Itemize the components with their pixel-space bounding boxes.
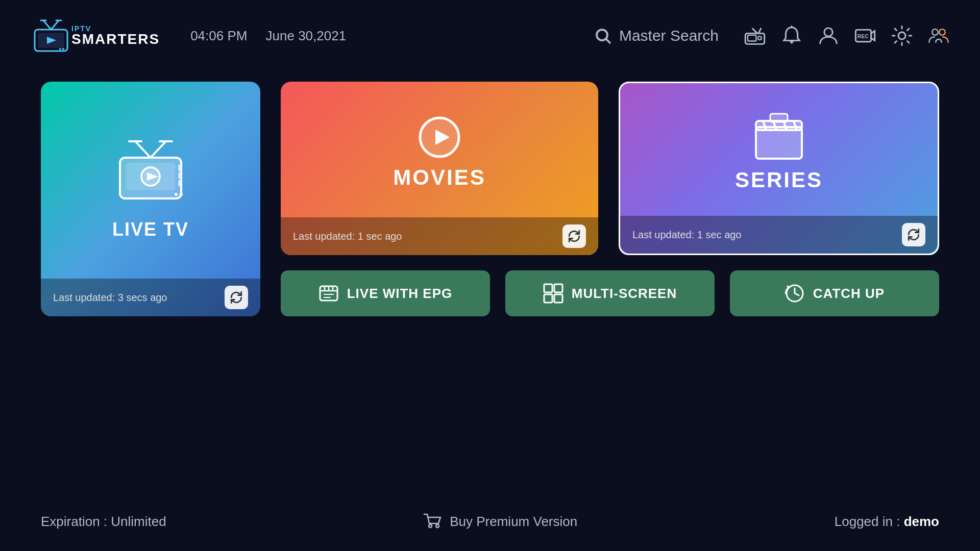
movies-title: MOVIES <box>393 165 485 190</box>
cards-row: LIVE TV Last updated: 3 secs ago <box>41 82 939 316</box>
svg-rect-12 <box>748 35 756 41</box>
svg-point-37 <box>175 193 178 196</box>
movies-content: MOVIES <box>281 82 598 222</box>
search-bar[interactable]: Master Search <box>594 27 719 45</box>
user-icon[interactable] <box>818 25 839 46</box>
svg-rect-57 <box>544 294 552 303</box>
live-epg-button[interactable]: LIVE WITH EPG <box>281 270 490 316</box>
svg-line-0 <box>43 20 51 30</box>
svg-text:REC: REC <box>857 33 869 39</box>
header-icons: REC <box>744 25 949 46</box>
date-display: June 30,2021 <box>266 28 347 43</box>
svg-line-10 <box>606 39 610 43</box>
time-display: 04:06 PM <box>190 28 247 43</box>
epg-icon <box>318 283 339 304</box>
svg-point-38 <box>180 193 183 196</box>
logo[interactable]: IPTV SMARTERS <box>31 15 160 56</box>
search-icon <box>594 27 612 45</box>
live-tv-icon <box>110 137 191 209</box>
svg-rect-47 <box>770 114 788 122</box>
live-tv-footer: Last updated: 3 secs ago <box>41 279 260 316</box>
expiration-value: Unlimited <box>111 514 166 529</box>
live-tv-title: LIVE TV <box>112 219 189 240</box>
svg-point-7 <box>59 48 61 50</box>
catch-up-button[interactable]: CATCH UP <box>730 270 939 316</box>
top-cards-row: MOVIES Last updated: 1 sec ago <box>281 82 939 255</box>
footer: Expiration : Unlimited Buy Premium Versi… <box>0 512 980 531</box>
notification-icon[interactable] <box>781 25 802 46</box>
movies-card[interactable]: MOVIES Last updated: 1 sec ago <box>281 82 598 255</box>
logged-in-area: Logged in : demo <box>835 514 939 530</box>
live-tv-update: Last updated: 3 secs ago <box>53 292 167 304</box>
right-column: MOVIES Last updated: 1 sec ago <box>281 82 939 316</box>
svg-marker-21 <box>871 31 875 41</box>
refresh-icon <box>568 230 581 243</box>
expiration-label: Expiration : <box>41 514 111 529</box>
svg-rect-41 <box>756 127 802 159</box>
movies-update: Last updated: 1 sec ago <box>293 231 402 242</box>
svg-rect-58 <box>554 294 562 303</box>
datetime: 04:06 PM June 30,2021 <box>190 28 346 44</box>
settings-icon[interactable] <box>891 25 913 46</box>
svg-rect-56 <box>554 284 562 292</box>
series-footer: Last updated: 1 sec ago <box>620 216 938 254</box>
record-icon[interactable]: REC <box>854 25 876 46</box>
cart-icon <box>423 512 442 531</box>
svg-point-23 <box>898 32 905 39</box>
svg-rect-55 <box>544 284 552 292</box>
refresh-icon <box>230 291 243 304</box>
profile-switch-icon[interactable] <box>928 25 949 46</box>
header: IPTV SMARTERS 04:06 PM June 30,2021 Mast… <box>0 0 980 71</box>
svg-line-27 <box>151 141 166 158</box>
svg-point-62 <box>436 524 439 528</box>
svg-point-24 <box>932 29 938 35</box>
series-card[interactable]: SERIES Last updated: 1 sec ago <box>619 82 939 255</box>
buy-premium-label: Buy Premium Version <box>450 514 577 530</box>
live-tv-refresh-button[interactable] <box>225 286 248 309</box>
catch-up-icon <box>785 283 805 304</box>
catch-up-label: CATCH UP <box>813 286 885 302</box>
logged-in-user: demo <box>904 514 939 529</box>
svg-line-1 <box>51 20 59 30</box>
movies-icon <box>416 114 462 160</box>
series-content: SERIES <box>620 83 938 220</box>
movies-footer: Last updated: 1 sec ago <box>281 217 598 255</box>
series-refresh-button[interactable] <box>902 223 925 246</box>
svg-point-9 <box>597 30 607 40</box>
series-update: Last updated: 1 sec ago <box>632 229 742 241</box>
radio-icon[interactable] <box>744 25 766 46</box>
svg-line-26 <box>135 141 151 158</box>
svg-point-8 <box>62 48 64 50</box>
live-epg-label: LIVE WITH EPG <box>347 286 453 302</box>
svg-point-61 <box>429 524 432 528</box>
logo-smarters: SMARTERS <box>71 32 160 46</box>
bottom-btns-row: LIVE WITH EPG MULTI-SCREEN <box>281 270 939 316</box>
live-tv-content: LIVE TV <box>41 82 260 281</box>
multi-screen-button[interactable]: MULTI-SCREEN <box>505 270 715 316</box>
refresh-icon <box>907 228 920 241</box>
expiration-area: Expiration : Unlimited <box>41 514 166 530</box>
svg-point-13 <box>758 36 762 40</box>
svg-point-19 <box>824 28 832 36</box>
series-icon <box>751 112 807 163</box>
live-tv-card[interactable]: LIVE TV Last updated: 3 secs ago <box>41 82 260 316</box>
buy-premium-button[interactable]: Buy Premium Version <box>423 512 577 531</box>
series-title: SERIES <box>735 168 823 192</box>
multi-screen-label: MULTI-SCREEN <box>572 286 677 302</box>
movies-refresh-button[interactable] <box>562 224 586 248</box>
main-content: LIVE TV Last updated: 3 secs ago <box>0 71 980 327</box>
svg-point-25 <box>939 29 945 35</box>
logged-in-label: Logged in : <box>835 514 904 529</box>
multi-screen-icon <box>543 283 564 304</box>
search-label: Master Search <box>619 27 719 44</box>
